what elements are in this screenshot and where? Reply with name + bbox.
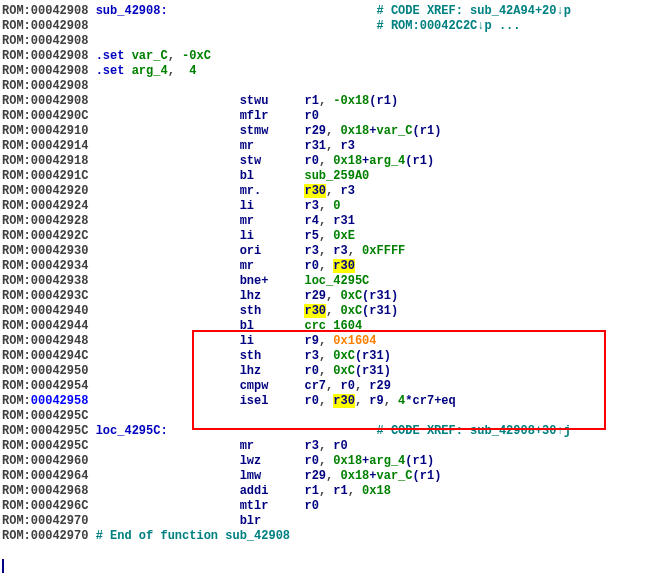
number: 0xE bbox=[333, 229, 355, 243]
number: 0xC bbox=[333, 364, 355, 378]
asm-line[interactable]: ROM:0004292C li r5, 0xE bbox=[2, 229, 651, 244]
address[interactable]: 00042908 bbox=[31, 34, 96, 48]
address[interactable]: 00042908 bbox=[31, 4, 96, 18]
address[interactable]: 00042960 bbox=[31, 454, 96, 468]
asm-line[interactable]: ROM:0004296C mtlr r0 bbox=[2, 499, 651, 514]
address[interactable]: 00042948 bbox=[31, 334, 96, 348]
asm-line[interactable]: ROM:00042908 sub_42908: # CODE XREF: sub… bbox=[2, 4, 651, 19]
address[interactable]: 00042908 bbox=[31, 94, 96, 108]
asm-line[interactable]: ROM:00042928 mr r4, r31 bbox=[2, 214, 651, 229]
address[interactable]: 00042940 bbox=[31, 304, 96, 318]
asm-line[interactable]: ROM:00042910 stmw r29, 0x18+var_C(r1) bbox=[2, 124, 651, 139]
address[interactable]: 00042930 bbox=[31, 244, 96, 258]
asm-line[interactable]: ROM:00042908 # ROM:00042C2C↓p ... bbox=[2, 19, 651, 34]
asm-line[interactable]: ROM:00042954 cmpw cr7, r0, r29 bbox=[2, 379, 651, 394]
stack-var[interactable]: var_C bbox=[377, 124, 413, 138]
asm-line[interactable]: ROM:00042968 addi r1, r1, 0x18 bbox=[2, 484, 651, 499]
address[interactable]: 00042954 bbox=[31, 379, 96, 393]
asm-line[interactable]: ROM:00042908 stwu r1, -0x18(r1) bbox=[2, 94, 651, 109]
address[interactable]: 00042914 bbox=[31, 139, 96, 153]
address[interactable]: 00042958 bbox=[31, 394, 96, 408]
asm-line[interactable]: ROM:00042924 li r3, 0 bbox=[2, 199, 651, 214]
address[interactable]: 0004295C bbox=[31, 424, 96, 438]
address[interactable]: 00042910 bbox=[31, 124, 96, 138]
register: r0 bbox=[304, 109, 318, 123]
asm-line[interactable]: ROM:00042908 .set arg_4, 4 bbox=[2, 64, 651, 79]
asm-line[interactable]: ROM:0004291C bl sub_259A0 bbox=[2, 169, 651, 184]
punct: ) bbox=[384, 349, 391, 363]
stack-var-def[interactable]: var_C bbox=[132, 49, 168, 63]
address[interactable]: 00042964 bbox=[31, 469, 96, 483]
code-ref[interactable]: crc_1604 bbox=[304, 319, 362, 333]
asm-line[interactable]: ROM:00042940 sth r30, 0xC(r31) bbox=[2, 304, 651, 319]
segment: ROM bbox=[2, 79, 24, 93]
punct: ( bbox=[369, 94, 376, 108]
xref-link[interactable]: sub_42A94+20↓p bbox=[470, 4, 571, 18]
stack-var[interactable]: var_C bbox=[377, 469, 413, 483]
address[interactable]: 00042970 bbox=[31, 514, 96, 528]
asm-line[interactable]: ROM:00042930 ori r3, r3, 0xFFFF bbox=[2, 244, 651, 259]
asm-line[interactable]: ROM:00042920 mr. r30, r3 bbox=[2, 184, 651, 199]
comma: , bbox=[168, 64, 182, 78]
register: r3 bbox=[304, 439, 318, 453]
address[interactable]: 00042920 bbox=[31, 184, 96, 198]
asm-line[interactable]: ROM:00042960 lwz r0, 0x18+arg_4(r1) bbox=[2, 454, 651, 469]
asm-line[interactable]: ROM:00042908 bbox=[2, 79, 651, 94]
address[interactable]: 00042934 bbox=[31, 259, 96, 273]
segment: ROM bbox=[2, 64, 24, 78]
address[interactable]: 0004291C bbox=[31, 169, 96, 183]
address[interactable]: 0004295C bbox=[31, 439, 96, 453]
address[interactable]: 00042908 bbox=[31, 49, 96, 63]
code-ref[interactable]: loc_4295C bbox=[304, 274, 369, 288]
asm-line[interactable]: ROM:00042918 stw r0, 0x18+arg_4(r1) bbox=[2, 154, 651, 169]
asm-line[interactable]: ROM:00042908 bbox=[2, 34, 651, 49]
disassembly-listing[interactable]: ROM:00042908 sub_42908: # CODE XREF: sub… bbox=[0, 0, 653, 548]
address[interactable]: 00042970 bbox=[31, 529, 96, 543]
stack-var-def[interactable]: arg_4 bbox=[132, 64, 168, 78]
asm-line[interactable]: ROM:0004295C loc_4295C: # CODE XREF: sub… bbox=[2, 424, 651, 439]
asm-line[interactable]: ROM:0004295C bbox=[2, 409, 651, 424]
segment: ROM bbox=[2, 109, 24, 123]
asm-line[interactable]: ROM:00042958 isel r0, r30, r9, 4*cr7+eq bbox=[2, 394, 651, 409]
asm-line[interactable]: ROM:00042944 bl crc_1604 bbox=[2, 319, 651, 334]
asm-line[interactable]: ROM:0004293C lhz r29, 0xC(r31) bbox=[2, 289, 651, 304]
address[interactable]: 00042908 bbox=[31, 79, 96, 93]
punct: ( bbox=[413, 124, 420, 138]
address[interactable]: 0004290C bbox=[31, 109, 96, 123]
address[interactable]: 0004293C bbox=[31, 289, 96, 303]
code-label[interactable]: loc_4295C: bbox=[96, 424, 168, 438]
asm-line[interactable]: ROM:00042970 blr bbox=[2, 514, 651, 529]
comma: , bbox=[319, 259, 333, 273]
address[interactable]: 0004296C bbox=[31, 499, 96, 513]
address[interactable]: 0004294C bbox=[31, 349, 96, 363]
xref-link[interactable]: sub_42908+30↑j bbox=[470, 424, 571, 438]
asm-line[interactable]: ROM:0004295C mr r3, r0 bbox=[2, 439, 651, 454]
asm-line[interactable]: ROM:00042914 mr r31, r3 bbox=[2, 139, 651, 154]
address[interactable]: 00042924 bbox=[31, 199, 96, 213]
stack-var[interactable]: arg_4 bbox=[369, 454, 405, 468]
address[interactable]: 0004295C bbox=[31, 409, 96, 423]
asm-line[interactable]: ROM:00042970 # End of function sub_42908 bbox=[2, 529, 651, 544]
asm-line[interactable]: ROM:0004290C mflr r0 bbox=[2, 109, 651, 124]
address[interactable]: 00042950 bbox=[31, 364, 96, 378]
address[interactable]: 0004292C bbox=[31, 229, 96, 243]
address[interactable]: 00042968 bbox=[31, 484, 96, 498]
code-ref[interactable]: sub_259A0 bbox=[304, 169, 369, 183]
asm-line[interactable]: ROM:00042964 lmw r29, 0x18+var_C(r1) bbox=[2, 469, 651, 484]
address[interactable]: 00042928 bbox=[31, 214, 96, 228]
asm-line[interactable]: ROM:00042934 mr r0, r30 bbox=[2, 259, 651, 274]
asm-line[interactable]: ROM:0004294C sth r3, 0xC(r31) bbox=[2, 349, 651, 364]
asm-line[interactable]: ROM:00042950 lhz r0, 0xC(r31) bbox=[2, 364, 651, 379]
asm-line[interactable]: ROM:00042908 .set var_C, -0xC bbox=[2, 49, 651, 64]
xref-link[interactable]: ROM:00042C2C↓p bbox=[391, 19, 492, 33]
address[interactable]: 00042944 bbox=[31, 319, 96, 333]
stack-var[interactable]: arg_4 bbox=[369, 154, 405, 168]
address[interactable]: 00042908 bbox=[31, 64, 96, 78]
address[interactable]: 00042918 bbox=[31, 154, 96, 168]
asm-line[interactable]: ROM:00042938 bne+ loc_4295C bbox=[2, 274, 651, 289]
address[interactable]: 00042908 bbox=[31, 19, 96, 33]
address[interactable]: 00042938 bbox=[31, 274, 96, 288]
asm-line[interactable]: ROM:00042948 li r9, 0x1604 bbox=[2, 334, 651, 349]
code-label[interactable]: sub_42908: bbox=[96, 4, 168, 18]
mnemonic: lhz bbox=[240, 289, 305, 303]
